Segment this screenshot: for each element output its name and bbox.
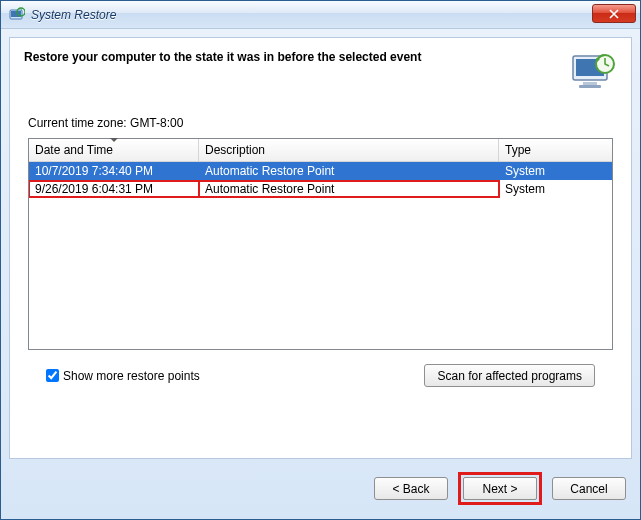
next-button[interactable]: Next > — [463, 477, 537, 500]
grid-header[interactable]: Date and Time Description Type — [29, 139, 612, 162]
sort-indicator-desc-icon — [110, 138, 118, 142]
svg-rect-6 — [579, 85, 601, 88]
wizard-buttons: < Back Next > Cancel — [374, 472, 626, 505]
page-title: Restore your computer to the state it wa… — [24, 48, 559, 64]
show-more-label: Show more restore points — [63, 369, 200, 383]
cell-datetime: 9/26/2019 6:04:31 PM — [29, 181, 199, 197]
svg-rect-5 — [583, 82, 597, 85]
timezone-label: Current time zone: GMT-8:00 — [28, 116, 613, 130]
cancel-button[interactable]: Cancel — [552, 477, 626, 500]
next-button-highlight: Next > — [458, 472, 542, 505]
body-area: Current time zone: GMT-8:00 Date and Tim… — [10, 116, 631, 397]
show-more-checkbox-input[interactable] — [46, 369, 59, 382]
content-panel: Restore your computer to the state it wa… — [9, 37, 632, 459]
col-header-type[interactable]: Type — [499, 139, 612, 161]
col-header-description[interactable]: Description — [199, 139, 499, 161]
restore-monitor-icon — [569, 48, 617, 96]
col-header-datetime[interactable]: Date and Time — [29, 139, 199, 161]
table-row[interactable]: 10/7/2019 7:34:40 PMAutomatic Restore Po… — [29, 162, 612, 180]
cell-description: Automatic Restore Point — [199, 163, 499, 179]
system-restore-icon — [9, 7, 25, 23]
system-restore-window: System Restore Restore your computer to … — [0, 0, 641, 520]
page-header: Restore your computer to the state it wa… — [10, 38, 631, 116]
scan-affected-button[interactable]: Scan for affected programs — [424, 364, 595, 387]
cell-type: System — [499, 181, 612, 197]
table-row[interactable]: 9/26/2019 6:04:31 PMAutomatic Restore Po… — [29, 180, 612, 198]
grid-footer: Show more restore points Scan for affect… — [28, 350, 613, 387]
grid-body[interactable]: 10/7/2019 7:34:40 PMAutomatic Restore Po… — [29, 162, 612, 349]
cell-datetime: 10/7/2019 7:34:40 PM — [29, 163, 199, 179]
titlebar[interactable]: System Restore — [1, 1, 640, 29]
col-header-datetime-label: Date and Time — [35, 143, 113, 157]
show-more-checkbox[interactable]: Show more restore points — [46, 369, 200, 383]
cell-description: Automatic Restore Point — [199, 181, 499, 197]
back-button[interactable]: < Back — [374, 477, 448, 500]
close-button[interactable] — [592, 4, 636, 23]
cell-type: System — [499, 163, 612, 179]
restore-points-grid[interactable]: Date and Time Description Type 10/7/2019… — [28, 138, 613, 350]
window-title: System Restore — [31, 8, 116, 22]
